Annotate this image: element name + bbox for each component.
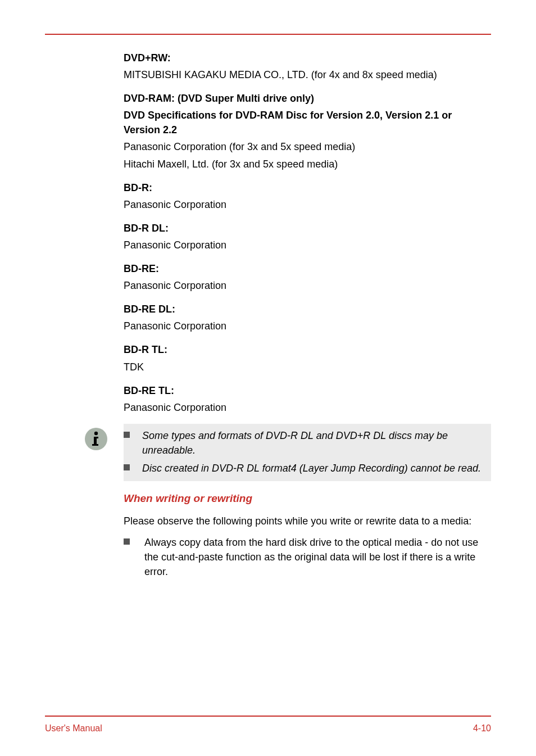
bullet-icon bbox=[124, 464, 130, 470]
info-icon bbox=[84, 427, 108, 451]
list-item: Always copy data from the hard disk driv… bbox=[124, 535, 491, 579]
media-label: BD-RE DL: bbox=[124, 302, 491, 316]
media-value: Panasonic Corporation (for 3x and 5x spe… bbox=[124, 139, 491, 154]
info-body: Some types and formats of DVD-R DL and D… bbox=[124, 424, 491, 481]
section-heading: When writing or rewriting bbox=[124, 492, 491, 505]
media-bd-re-dl: BD-RE DL: Panasonic Corporation bbox=[124, 302, 491, 333]
section-bullet-list: Always copy data from the hard disk driv… bbox=[124, 535, 491, 579]
media-label: BD-R DL: bbox=[124, 221, 491, 236]
media-value: Panasonic Corporation bbox=[124, 238, 491, 252]
bullet-icon bbox=[124, 432, 130, 438]
media-label: BD-RE TL: bbox=[124, 383, 491, 398]
note-text: Some types and formats of DVD-R DL and D… bbox=[142, 428, 482, 458]
media-bd-re: BD-RE: Panasonic Corporation bbox=[124, 261, 491, 293]
media-value: Panasonic Corporation bbox=[124, 197, 491, 212]
bullet-icon bbox=[124, 538, 130, 545]
media-value: Panasonic Corporation bbox=[124, 319, 491, 333]
info-note-list: Some types and formats of DVD-R DL and D… bbox=[124, 428, 482, 476]
list-item: Some types and formats of DVD-R DL and D… bbox=[124, 428, 482, 458]
media-value: Hitachi Maxell, Ltd. (for 3x and 5x spee… bbox=[124, 157, 491, 171]
media-bd-r-dl: BD-R DL: Panasonic Corporation bbox=[124, 221, 491, 252]
media-label: BD-R TL: bbox=[124, 342, 491, 357]
bullet-text: Always copy data from the hard disk driv… bbox=[144, 535, 491, 579]
footer-right: 4-10 bbox=[473, 723, 491, 734]
media-label: BD-R: bbox=[124, 180, 491, 195]
media-value: Panasonic Corporation bbox=[124, 400, 491, 415]
info-icon-wrap bbox=[84, 424, 124, 451]
svg-point-1 bbox=[94, 432, 98, 435]
media-bd-re-tl: BD-RE TL: Panasonic Corporation bbox=[124, 383, 491, 415]
top-divider bbox=[45, 34, 491, 35]
media-label: BD-RE: bbox=[124, 261, 491, 276]
media-label: DVD+RW: bbox=[124, 51, 491, 65]
info-callout: Some types and formats of DVD-R DL and D… bbox=[84, 424, 491, 481]
media-value: TDK bbox=[124, 360, 491, 374]
media-bd-r: BD-R: Panasonic Corporation bbox=[124, 180, 491, 212]
media-dvd-plus-rw: DVD+RW: MITSUBISHI KAGAKU MEDIA CO., LTD… bbox=[124, 51, 491, 82]
section-intro: Please observe the following points whil… bbox=[124, 514, 491, 528]
content-area: DVD+RW: MITSUBISHI KAGAKU MEDIA CO., LTD… bbox=[45, 51, 491, 716]
note-text: Disc created in DVD-R DL format4 (Layer … bbox=[142, 461, 482, 476]
media-value: Panasonic Corporation bbox=[124, 278, 491, 293]
media-dvd-ram: DVD-RAM: (DVD Super Multi drive only) DV… bbox=[124, 91, 491, 171]
media-spec: DVD Specifications for DVD-RAM Disc for … bbox=[124, 108, 491, 137]
bottom-divider bbox=[45, 716, 491, 717]
list-item: Disc created in DVD-R DL format4 (Layer … bbox=[124, 461, 482, 476]
media-value: MITSUBISHI KAGAKU MEDIA CO., LTD. (for 4… bbox=[124, 67, 491, 82]
media-label: DVD-RAM: (DVD Super Multi drive only) bbox=[124, 91, 491, 106]
footer-left: User's Manual bbox=[45, 723, 102, 734]
page-footer: User's Manual 4-10 bbox=[45, 723, 491, 734]
media-bd-r-tl: BD-R TL: TDK bbox=[124, 342, 491, 374]
